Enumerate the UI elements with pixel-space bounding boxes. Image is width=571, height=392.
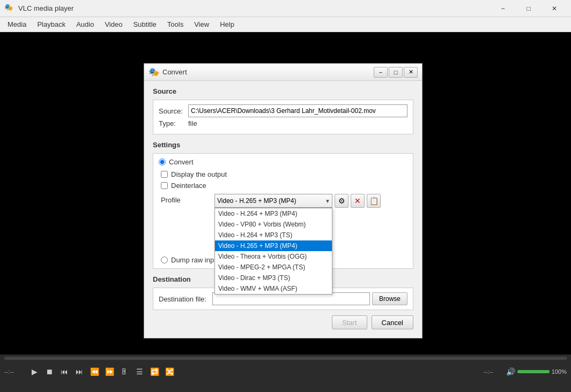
- dropdown-item-1[interactable]: Video - VP80 + Vorbis (Webm): [215, 219, 332, 230]
- dialog-title: Convert: [162, 68, 374, 76]
- app-title: VLC media player: [18, 4, 491, 12]
- settings-section-label: Settings: [153, 141, 413, 149]
- time-right: --:--: [484, 368, 506, 375]
- prev-button[interactable]: ⏮: [57, 364, 72, 379]
- dialog-minimize-button[interactable]: −: [374, 67, 388, 78]
- source-input[interactable]: [188, 104, 407, 117]
- menu-subtitle[interactable]: Subtitle: [128, 18, 161, 31]
- loop-button[interactable]: 🔁: [147, 364, 162, 379]
- dropdown-item-5[interactable]: Video - MPEG-2 + MPGA (TS): [215, 262, 332, 273]
- menu-tools[interactable]: Tools: [162, 18, 189, 31]
- next-button[interactable]: ⏭: [72, 364, 87, 379]
- menu-playback[interactable]: Playback: [32, 18, 71, 31]
- convert-radio-row: Convert: [159, 158, 407, 166]
- dropdown-item-7[interactable]: Video - WMV + WMA (ASF): [215, 283, 332, 294]
- volume-fill: [517, 370, 550, 373]
- deinterlace-row: Deinterlace: [161, 182, 407, 190]
- menu-audio[interactable]: Audio: [71, 18, 99, 31]
- menu-view[interactable]: View: [189, 18, 214, 31]
- maximize-button[interactable]: □: [516, 0, 541, 17]
- dialog-maximize-button[interactable]: □: [389, 67, 403, 78]
- dialog-footer: Start Cancel: [153, 315, 413, 331]
- display-output-row: Display the output: [161, 170, 407, 178]
- source-section-label: Source: [153, 87, 413, 95]
- volume-bar[interactable]: [517, 370, 550, 373]
- browse-button[interactable]: Browse: [372, 292, 407, 305]
- playlist-button[interactable]: ☰: [132, 364, 147, 379]
- profile-delete-button[interactable]: ✕: [351, 194, 365, 208]
- time-left: --:--: [4, 368, 27, 375]
- profile-edit-button[interactable]: ⚙: [335, 194, 348, 208]
- deinterlace-label: Deinterlace: [171, 182, 206, 190]
- app-icon: 🎭: [4, 3, 15, 14]
- bottombar: --:-- ▶ ⏹ ⏮ ⏭ ⏪ ⏩ 🎚 ☰ 🔁 🔀 --:-- 🔊 100%: [0, 355, 571, 392]
- dropdown-item-0[interactable]: Video - H.264 + MP3 (MP4): [215, 208, 332, 219]
- dialog-body: Source Source: Type: file Settings Conve…: [144, 81, 422, 338]
- convert-dialog: 🎭 Convert − □ ✕ Source Source: Type: fil…: [144, 63, 422, 338]
- controls-row: --:-- ▶ ⏹ ⏮ ⏭ ⏪ ⏩ 🎚 ☰ 🔁 🔀 --:-- 🔊 100%: [0, 361, 571, 382]
- display-output-checkbox[interactable]: [161, 171, 168, 178]
- titlebar-controls: − □ ✕: [491, 0, 567, 17]
- volume-section: 🔊 100%: [506, 367, 567, 376]
- dropdown-item-6[interactable]: Video - Dirac + MP3 (TS): [215, 273, 332, 283]
- type-row: Type: file: [159, 119, 407, 127]
- deinterlace-checkbox[interactable]: [161, 182, 168, 189]
- equalizer-button[interactable]: 🎚: [117, 364, 132, 379]
- dialog-controls: − □ ✕: [374, 67, 418, 78]
- volume-icon: 🔊: [506, 367, 515, 376]
- play-button[interactable]: ▶: [27, 364, 42, 379]
- settings-section: Convert Display the output Deinterlace P…: [153, 153, 413, 269]
- volume-percent: 100%: [552, 368, 567, 375]
- dump-raw-radio[interactable]: [161, 257, 168, 263]
- menu-help[interactable]: Help: [214, 18, 240, 31]
- dump-raw-label: Dump raw input: [171, 256, 220, 264]
- shuffle-button[interactable]: 🔀: [162, 364, 177, 379]
- dropdown-items: Video - H.264 + MP3 (MP4) Video - VP80 +…: [215, 208, 332, 294]
- cancel-button[interactable]: Cancel: [372, 315, 413, 329]
- type-value: file: [188, 119, 197, 127]
- type-label: Type:: [159, 119, 188, 127]
- skip-back-button[interactable]: ⏪: [87, 364, 102, 379]
- source-row: Source:: [159, 104, 407, 117]
- convert-radio[interactable]: [159, 159, 166, 165]
- minimize-button[interactable]: −: [491, 0, 515, 17]
- profile-new-button[interactable]: 📋: [367, 194, 381, 208]
- progress-bar-container: [4, 357, 567, 360]
- profile-controls: Video - H.264 + MP3 (MP4) Video - VP80 +…: [214, 194, 381, 208]
- dropdown-item-2[interactable]: Video - H.264 + MP3 (TS): [215, 230, 332, 240]
- source-label: Source:: [159, 107, 188, 115]
- profile-row: Profile Video - H.264 + MP3 (MP4) Video …: [161, 194, 407, 208]
- convert-radio-label: Convert: [169, 158, 194, 166]
- dialog-titlebar: 🎭 Convert − □ ✕: [144, 64, 422, 81]
- start-button[interactable]: Start: [332, 315, 367, 329]
- profile-select[interactable]: Video - H.264 + MP3 (MP4) Video - VP80 +…: [214, 194, 332, 208]
- menubar: Media Playback Audio Video Subtitle Tool…: [0, 17, 571, 32]
- dialog-icon: 🎭: [149, 67, 159, 77]
- close-button[interactable]: ✕: [542, 0, 567, 17]
- dropdown-item-4[interactable]: Video - Theora + Vorbis (OGG): [215, 251, 332, 262]
- dialog-close-button[interactable]: ✕: [404, 67, 418, 78]
- stop-button[interactable]: ⏹: [42, 364, 57, 379]
- profile-label: Profile: [161, 194, 214, 204]
- skip-fwd-button[interactable]: ⏩: [102, 364, 117, 379]
- destination-file-label: Destination file:: [159, 295, 212, 303]
- source-section: Source: Type: file: [153, 100, 413, 134]
- main-content: 🎭 Convert − □ ✕ Source Source: Type: fil…: [0, 32, 571, 370]
- titlebar: 🎭 VLC media player − □ ✕: [0, 0, 571, 17]
- menu-video[interactable]: Video: [99, 18, 128, 31]
- menu-media[interactable]: Media: [2, 18, 32, 31]
- dropdown-item-3[interactable]: Video - H.265 + MP3 (MP4): [215, 240, 332, 251]
- display-output-label: Display the output: [171, 170, 227, 178]
- profile-select-wrapper: Video - H.264 + MP3 (MP4) Video - VP80 +…: [214, 194, 332, 208]
- profile-dropdown-list: Video - H.264 + MP3 (MP4) Video - VP80 +…: [214, 208, 332, 295]
